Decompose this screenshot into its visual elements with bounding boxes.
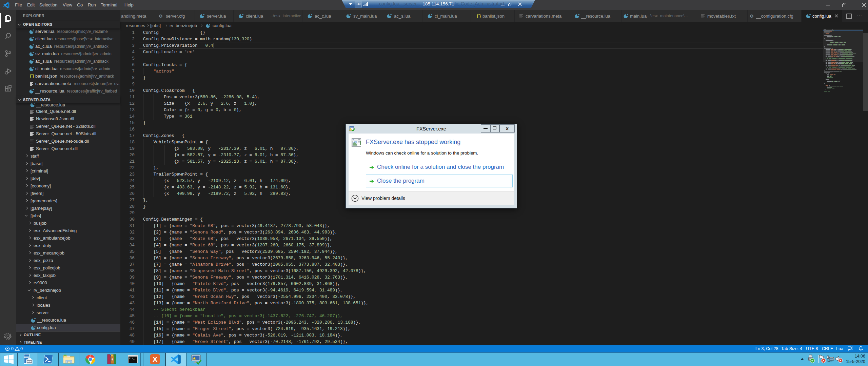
svg-text:X: X	[153, 355, 158, 364]
svg-text:C:\_: C:\_	[129, 358, 135, 360]
